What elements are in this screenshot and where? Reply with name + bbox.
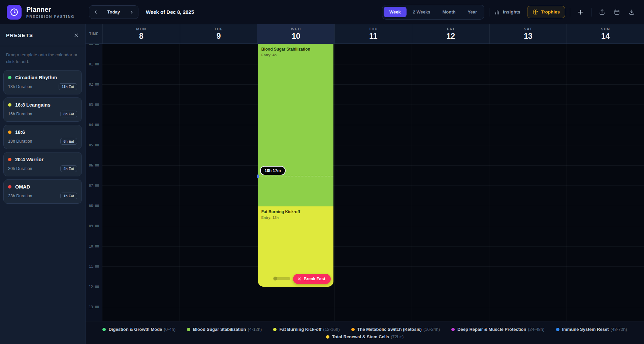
presets-hint: Drag a template onto the calendar or cli… xyxy=(0,46,85,67)
preset-20-4-warrior[interactable]: 20:4 Warrior 20h Duration 4h Eat xyxy=(3,152,82,176)
legend-total-renewal: Total Renewal & Stem Cells (72h+) xyxy=(326,334,404,339)
eat-window-badge: 1h Eat xyxy=(60,193,77,199)
date-navigation: Today xyxy=(89,5,138,19)
day-column-fri[interactable] xyxy=(412,44,489,321)
hour-label: 08:00 xyxy=(86,204,102,208)
preset-name: 18:6 xyxy=(15,130,25,135)
legend-dot xyxy=(556,328,559,331)
divider xyxy=(489,8,489,17)
bar-chart-icon xyxy=(494,9,500,15)
legend-deep-repair: Deep Repair & Muscle Protection (24-48h) xyxy=(451,327,545,332)
hour-label: 07:00 xyxy=(86,184,102,188)
event-fat-burning-kick-off[interactable]: Fat Burning Kick-off Entry: 12h Break Fa… xyxy=(258,206,333,287)
day-header-row: TIME MON 8 TUE 9 WED 10 THU 11 FRI 12 xyxy=(86,24,644,44)
prev-week-button[interactable] xyxy=(89,6,102,19)
day-header-wed-today[interactable]: WED 10 xyxy=(257,24,334,44)
event-entry: Entry: 12h xyxy=(261,216,330,220)
hour-label: 03:00 xyxy=(86,103,102,107)
legend-blood-sugar-stabilization: Blood Sugar Stabilization (4-12h) xyxy=(187,327,262,332)
insights-button[interactable]: Insights xyxy=(494,9,520,15)
app-subtitle: PRECISION FASTING xyxy=(26,15,75,19)
preset-18-6[interactable]: 18:6 18h Duration 6h Eat xyxy=(3,125,82,149)
tab-2-weeks[interactable]: 2 Weeks xyxy=(407,7,436,17)
event-title: Fat Burning Kick-off xyxy=(261,209,330,214)
preset-name: Circadian Rhythm xyxy=(15,75,57,80)
day-header-tue[interactable]: TUE 9 xyxy=(180,24,257,44)
today-button[interactable]: Today xyxy=(102,9,125,15)
time-column-header: TIME xyxy=(86,24,102,44)
event-entry: Entry: 4h xyxy=(261,53,330,57)
upload-icon xyxy=(599,9,605,15)
phase-legend: Digestion & Growth Mode (0-4h) Blood Sug… xyxy=(86,321,644,344)
divider xyxy=(591,8,591,17)
event-blood-sugar-stabilization[interactable]: Blood Sugar Stabilization Entry: 4h xyxy=(258,44,333,206)
day-column-tue[interactable] xyxy=(180,44,257,321)
preset-color-dot xyxy=(8,103,11,107)
chevron-right-icon xyxy=(129,9,134,15)
hour-label: 02:00 xyxy=(86,83,102,86)
tab-week[interactable]: Week xyxy=(384,7,407,17)
preset-color-dot xyxy=(8,76,11,79)
close-icon xyxy=(73,32,79,38)
day-column-sun[interactable] xyxy=(567,44,644,321)
day-header-sat[interactable]: SAT 13 xyxy=(489,24,567,44)
eat-window-badge: 4h Eat xyxy=(60,165,77,172)
drag-knob[interactable] xyxy=(273,277,277,281)
break-fast-button[interactable]: Break Fast xyxy=(293,274,331,284)
legend-dot xyxy=(451,328,455,331)
hour-label: 10:00 xyxy=(86,245,102,248)
next-week-button[interactable] xyxy=(125,6,138,19)
break-fast-label: Break Fast xyxy=(304,277,325,281)
preset-duration: 23h Duration xyxy=(8,194,32,198)
tab-year[interactable]: Year xyxy=(462,7,482,17)
hour-label: 04:00 xyxy=(86,123,102,127)
elapsed-timer-badge[interactable]: 10h 17m xyxy=(260,166,286,175)
day-column-thu[interactable] xyxy=(334,44,412,321)
calendar-sync-button[interactable] xyxy=(611,6,622,18)
day-header-mon[interactable]: MON 8 xyxy=(102,24,180,44)
trophies-button[interactable]: Trophies xyxy=(527,6,565,18)
legend-row-2: Total Renewal & Stem Cells (72h+) xyxy=(326,334,404,339)
app-logo xyxy=(7,5,22,20)
import-button[interactable] xyxy=(626,6,637,18)
legend-fat-burning-kick-off: Fat Burning Kick-off (12-16h) xyxy=(273,327,340,332)
preset-omad[interactable]: OMAD 23h Duration 1h Eat xyxy=(3,179,82,204)
hour-label: 13:00 xyxy=(86,305,102,309)
divider xyxy=(570,8,570,17)
preset-color-dot xyxy=(8,131,11,134)
day-column-sat[interactable] xyxy=(489,44,567,321)
event-title: Blood Sugar Stabilization xyxy=(261,47,330,52)
preset-duration: 13h Duration xyxy=(8,84,32,89)
trophies-label: Trophies xyxy=(541,9,560,15)
eat-window-badge: 6h Eat xyxy=(60,138,77,145)
day-column-wed[interactable]: Blood Sugar Stabilization Entry: 4h 10h … xyxy=(257,44,334,321)
app-title: Planner xyxy=(26,6,75,13)
preset-list: Circadian Rhythm 13h Duration 11h Eat 16… xyxy=(0,67,85,207)
preset-circadian-rhythm[interactable]: Circadian Rhythm 13h Duration 11h Eat xyxy=(3,70,82,94)
current-time-tick xyxy=(257,174,259,178)
add-fast-button[interactable] xyxy=(575,6,586,18)
day-header-thu[interactable]: THU 11 xyxy=(334,24,412,44)
x-icon xyxy=(297,277,301,281)
day-header-fri[interactable]: FRI 12 xyxy=(412,24,489,44)
legend-immune-system-reset: Immune System Reset (48-72h) xyxy=(556,327,627,332)
chevron-left-icon xyxy=(93,9,98,15)
gift-icon xyxy=(533,9,538,15)
day-header-sun[interactable]: SUN 14 xyxy=(567,24,644,44)
legend-dot xyxy=(326,335,329,339)
title-block: Planner PRECISION FASTING xyxy=(26,6,75,19)
tab-month[interactable]: Month xyxy=(437,7,461,17)
hour-label: 00:00 xyxy=(86,44,102,46)
close-sidebar-button[interactable] xyxy=(73,32,79,38)
day-column-mon[interactable] xyxy=(102,44,180,321)
current-week-label: Week of Dec 8, 2025 xyxy=(146,9,194,15)
preset-16-8-leangains[interactable]: 16:8 Leangains 16h Duration 8h Eat xyxy=(3,97,82,122)
fast-end-drag-handle[interactable] xyxy=(273,277,290,280)
preset-color-dot xyxy=(8,185,11,189)
export-button[interactable] xyxy=(596,6,608,18)
current-time-line xyxy=(258,176,333,176)
preset-duration: 18h Duration xyxy=(8,139,32,144)
hour-label: 09:00 xyxy=(86,224,102,228)
calendar-icon xyxy=(614,9,620,15)
top-bar: Planner PRECISION FASTING Today Week of … xyxy=(0,0,644,24)
